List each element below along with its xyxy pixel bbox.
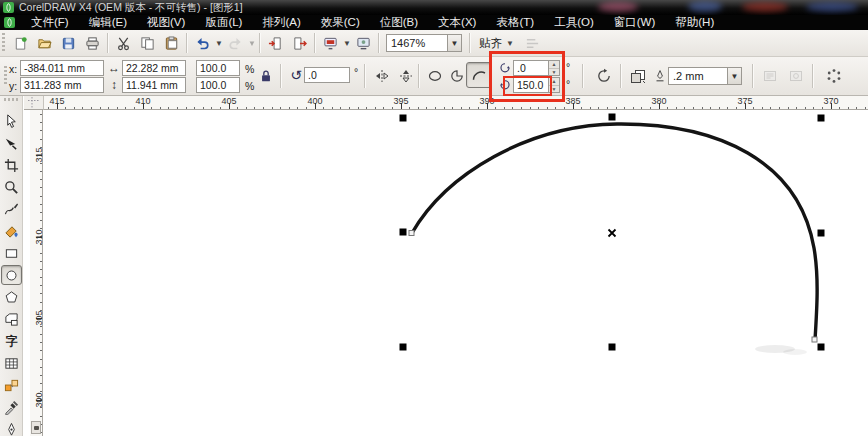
y-position-field[interactable]: 311.283 mm: [20, 77, 104, 93]
outline-width-combo[interactable]: .2 mm ▼: [668, 67, 742, 85]
open-icon: [37, 36, 52, 51]
zoom-tool[interactable]: [1, 177, 22, 197]
x-position-field[interactable]: -384.011 mm: [20, 60, 104, 76]
welcome-screen-button[interactable]: [351, 32, 375, 55]
undo-button[interactable]: [190, 32, 214, 55]
drawing-canvas[interactable]: [43, 110, 868, 436]
ruler-tick: [297, 107, 298, 110]
outline-width-dropdown[interactable]: ▼: [727, 68, 741, 84]
ruler-tick: [616, 107, 617, 110]
import-button[interactable]: [263, 32, 287, 55]
chevron-down-icon[interactable]: ▼: [343, 39, 351, 48]
object-properties-button[interactable]: [822, 64, 846, 88]
zoom-dropdown-button[interactable]: ▼: [447, 35, 461, 51]
blend-tool[interactable]: [1, 375, 22, 395]
rotation-angle-field[interactable]: .0: [304, 67, 350, 83]
change-direction-button[interactable]: [592, 64, 616, 88]
basic-shapes-tool[interactable]: [1, 309, 22, 329]
wrap-paragraph-text-button[interactable]: [758, 64, 782, 88]
ruler-tick: [512, 107, 513, 110]
shape-tool[interactable]: [1, 133, 22, 153]
eyedropper-tool[interactable]: [1, 397, 22, 417]
ellipse-tool[interactable]: [1, 265, 22, 285]
menu-item-view[interactable]: 视图(V): [137, 15, 195, 30]
wrap-text-options-button[interactable]: [784, 64, 808, 88]
cut-button[interactable]: [111, 32, 135, 55]
ruler-tick: [40, 130, 43, 131]
ruler-major-tick: [57, 103, 58, 109]
ruler-tick: [667, 107, 668, 110]
ruler-tick: [82, 107, 83, 110]
object-height-field[interactable]: 11.941 mm: [122, 77, 186, 93]
menu-item-effects[interactable]: 效果(C): [311, 15, 370, 30]
chevron-down-icon[interactable]: ▼: [215, 39, 223, 48]
ruler-tick: [676, 107, 677, 110]
ruler-origin-button[interactable]: [24, 96, 44, 110]
application-launcher-button[interactable]: [318, 32, 342, 55]
menu-item-arrange[interactable]: 排列(A): [252, 15, 310, 30]
menu-item-file[interactable]: 文件(F): [21, 15, 79, 30]
percent-sign: %: [245, 80, 254, 92]
ruler-tick: [598, 107, 599, 110]
ruler-tick: [40, 261, 43, 262]
paste-button[interactable]: [159, 32, 183, 55]
ruler-tick: [753, 107, 754, 110]
table-tool[interactable]: [1, 353, 22, 373]
pick-tool[interactable]: [1, 111, 22, 131]
open-button[interactable]: [32, 32, 56, 55]
mirror-horizontal-button[interactable]: [370, 64, 394, 88]
scrollbar-fragment[interactable]: [31, 421, 41, 434]
menu-item-edit[interactable]: 编辑(E): [79, 15, 137, 30]
ruler-tick: [504, 107, 505, 110]
smart-fill-tool[interactable]: [1, 221, 22, 241]
ruler-tick: [340, 107, 341, 110]
menu-item-tools[interactable]: 工具(O): [544, 15, 604, 30]
redo-button[interactable]: [223, 32, 247, 55]
y-label: y:: [9, 80, 17, 92]
vertical-ruler[interactable]: 315310305300: [30, 110, 43, 436]
print-button[interactable]: [80, 32, 104, 55]
ruler-tick: [418, 107, 419, 110]
new-document-button[interactable]: [8, 32, 32, 55]
lock-ratio-icon[interactable]: [258, 68, 274, 84]
toolbar-separator: [259, 33, 260, 53]
freehand-tool[interactable]: [1, 199, 22, 219]
ruler-tick: [134, 107, 135, 110]
outline-pen-tool[interactable]: [1, 419, 22, 436]
scale-vertical-field[interactable]: 100.0: [196, 77, 240, 93]
text-tool[interactable]: 字: [1, 331, 22, 351]
menu-item-window[interactable]: 窗口(W): [604, 15, 666, 30]
toolbar-separator: [378, 33, 379, 53]
export-button[interactable]: [287, 32, 311, 55]
ruler-tick: [272, 107, 273, 110]
ruler-tick: [693, 107, 694, 110]
scale-horizontal-field[interactable]: 100.0: [196, 60, 240, 76]
mirror-vertical-button[interactable]: [394, 64, 418, 88]
crop-tool[interactable]: [1, 155, 22, 175]
save-button[interactable]: [56, 32, 80, 55]
menu-item-bitmaps[interactable]: 位图(B): [370, 15, 428, 30]
rectangle-tool[interactable]: [1, 243, 22, 263]
ruler-tick: [633, 107, 634, 110]
rotation-icon: ↺: [288, 67, 304, 83]
chevron-down-icon: ▼: [506, 39, 514, 48]
ruler-tick: [461, 107, 462, 110]
propbar-grip: [4, 66, 7, 86]
ruler-tick: [40, 196, 43, 197]
copy-button[interactable]: [135, 32, 159, 55]
menu-item-layout[interactable]: 版面(L): [195, 15, 252, 30]
zoom-level-combo[interactable]: 1467% ▼: [386, 34, 462, 52]
horizontal-ruler[interactable]: 415410405400395390385380375370: [44, 96, 868, 110]
ruler-major-tick: [36, 237, 42, 238]
chevron-down-icon[interactable]: ▼: [248, 39, 256, 48]
titlebar-artifact: [688, 1, 722, 12]
ruler-tick: [822, 107, 823, 110]
menu-item-help[interactable]: 帮助(H): [665, 15, 724, 30]
to-front-of-layer-button[interactable]: [626, 64, 650, 88]
ellipse-mode-button[interactable]: [423, 64, 447, 88]
menu-item-text[interactable]: 文本(X): [428, 15, 486, 30]
menu-item-table[interactable]: 表格(T): [486, 15, 544, 30]
polygon-tool[interactable]: [1, 287, 22, 307]
object-width-field[interactable]: 22.282 mm: [122, 60, 186, 76]
snap-to-button[interactable]: 贴齐 ▼: [473, 33, 520, 53]
